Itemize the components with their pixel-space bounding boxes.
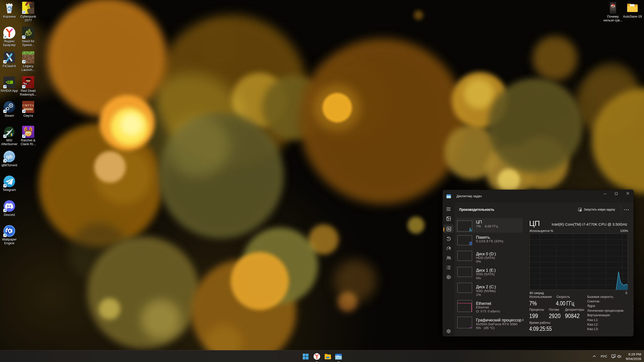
svg-text:СМУТА: СМУТА (22, 104, 34, 107)
svg-text:qb: qb (6, 154, 13, 159)
